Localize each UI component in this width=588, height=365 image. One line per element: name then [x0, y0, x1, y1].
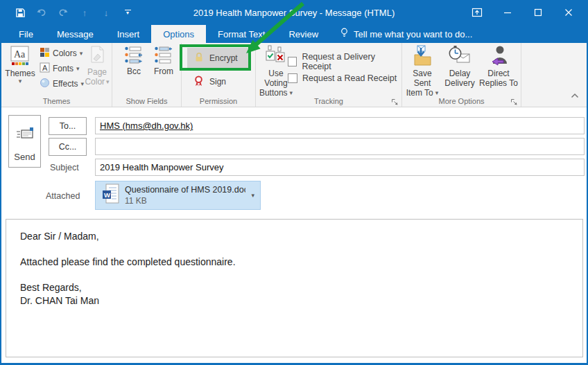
tab-insert[interactable]: Insert	[105, 25, 152, 43]
to-recipient[interactable]: HMS (hms@dh.gov.hk)	[100, 121, 193, 131]
colors-icon	[40, 47, 50, 60]
cc-button[interactable]: Cc...	[49, 138, 87, 156]
save-sent-item-to-button[interactable]: Save Sent Item To▾	[404, 45, 440, 98]
move-up-icon[interactable]: ↑	[78, 6, 91, 19]
dropdown-caret-icon: ▾	[80, 51, 83, 56]
maximize-icon[interactable]	[523, 0, 553, 25]
ribbon: Aa Themes ▾ Colors ▾ A Fonts ▾ Effects ▾	[1, 43, 587, 107]
from-icon	[154, 46, 173, 65]
subject-label: Subject	[50, 163, 79, 172]
ribbon-tab-bar: File Message Insert Options Format Text …	[1, 25, 587, 43]
tab-format-text[interactable]: Format Text	[206, 25, 277, 43]
svg-text:A: A	[42, 64, 48, 72]
tab-message[interactable]: Message	[45, 25, 105, 43]
attachment-size: 11 KB	[125, 196, 245, 206]
svg-text:Aa: Aa	[14, 49, 26, 60]
encrypt-button[interactable]: Encrypt	[187, 48, 250, 68]
redo-icon[interactable]	[57, 6, 69, 19]
dropdown-caret-icon: ▾	[435, 90, 439, 96]
title-bar: ↑ ↓ ▾ 2019 Health Manpower Survey - Mess…	[0, 0, 588, 25]
effects-icon	[40, 78, 50, 90]
bcc-icon	[124, 46, 144, 65]
collapse-ribbon-icon[interactable]	[570, 90, 580, 103]
message-header-form: Send To... HMS (hms@dh.gov.hk) Cc... Sub…	[1, 107, 587, 219]
bcc-button[interactable]: Bcc	[122, 46, 146, 76]
delivery-receipt-checkbox[interactable]	[288, 57, 297, 66]
group-label-more-options: More Options	[402, 97, 521, 105]
tab-options[interactable]: Options	[151, 25, 206, 43]
attachment-name: Questionnaire of HMS 2019.docx	[125, 185, 245, 195]
tab-file[interactable]: File	[7, 25, 45, 43]
send-button[interactable]: Send	[8, 115, 41, 168]
close-icon[interactable]	[553, 0, 584, 25]
message-body-editor[interactable]: Dear Sir / Madam, Attached please find t…	[6, 219, 583, 357]
body-line: Dear Sir / Madam,	[20, 230, 576, 243]
group-label-permission: Permission	[182, 97, 255, 105]
to-field[interactable]: HMS (hms@dh.gov.hk)	[95, 117, 585, 134]
fonts-icon: A	[40, 62, 50, 75]
group-label-show-fields: Show Fields	[112, 97, 181, 105]
group-tracking: Use Voting Buttons▾ Request a Delivery R…	[256, 43, 402, 107]
encrypt-lock-icon	[193, 51, 205, 64]
tracking-dialog-launcher-icon[interactable]	[391, 96, 399, 104]
group-themes: Aa Themes ▾ Colors ▾ A Fonts ▾ Effects ▾	[1, 43, 112, 107]
ribbon-display-options-icon[interactable]	[462, 0, 492, 25]
tell-me-box[interactable]: Tell me what you want to do...	[330, 25, 482, 43]
direct-replies-icon	[488, 45, 509, 67]
delivery-receipt-label: Request a Delivery Receipt	[302, 52, 401, 71]
subject-field[interactable]: 2019 Health Manpower Survey	[95, 159, 585, 176]
page-color-button[interactable]: Page Color▾	[83, 45, 111, 87]
body-line: Best Regards,	[20, 281, 576, 294]
attachment-chip[interactable]: W Questionnaire of HMS 2019.docx 11 KB ▾	[95, 181, 261, 210]
dropdown-caret-icon: ▾	[290, 90, 293, 96]
lightbulb-icon	[340, 28, 349, 40]
sign-button[interactable]: Sign	[187, 73, 230, 91]
more-options-dialog-launcher-icon[interactable]	[510, 96, 518, 104]
word-file-icon: W	[102, 184, 119, 207]
sign-seal-icon	[193, 75, 204, 89]
delay-delivery-button[interactable]: Delay Delivery	[442, 45, 478, 88]
body-line: Attached please find the completed quest…	[20, 256, 576, 269]
window-border-left	[0, 0, 1, 365]
group-label-tracking: Tracking	[256, 97, 401, 105]
from-button[interactable]: From	[150, 46, 178, 76]
body-line: Dr. CHAN Tai Man	[20, 294, 576, 308]
effects-button[interactable]: Effects ▾	[37, 76, 86, 91]
customize-qat-icon[interactable]: ▾	[121, 6, 134, 19]
delivery-receipt-row: Request a Delivery Receipt	[288, 52, 401, 71]
minimize-icon[interactable]	[492, 0, 523, 25]
save-icon[interactable]	[14, 6, 26, 19]
save-sent-icon	[410, 45, 434, 67]
voting-boxes-icon	[265, 45, 287, 67]
read-receipt-label: Request a Read Receipt	[302, 73, 397, 83]
attached-label: Attached	[46, 191, 80, 201]
send-envelope-icon	[15, 126, 35, 145]
dropdown-caret-icon: ▾	[19, 78, 22, 84]
colors-button[interactable]: Colors ▾	[37, 46, 86, 61]
cc-field[interactable]	[95, 138, 585, 155]
to-button[interactable]: To...	[49, 117, 87, 135]
delay-delivery-icon	[448, 45, 472, 67]
fonts-button[interactable]: A Fonts ▾	[37, 61, 86, 76]
window-controls	[462, 0, 584, 25]
dropdown-caret-icon: ▾	[76, 66, 80, 71]
group-more-options: Save Sent Item To▾ Delay Delivery Direct…	[402, 43, 521, 107]
themes-button[interactable]: Aa Themes ▾	[4, 45, 36, 84]
tab-review[interactable]: Review	[277, 25, 330, 43]
group-label-themes: Themes	[1, 97, 112, 105]
read-receipt-checkbox[interactable]	[288, 73, 297, 83]
dropdown-caret-icon: ▾	[106, 79, 110, 84]
direct-replies-to-button[interactable]: Direct Replies To	[478, 45, 519, 88]
read-receipt-row: Request a Read Receipt	[288, 73, 397, 83]
svg-text:W: W	[104, 191, 110, 199]
group-show-fields: Bcc From Show Fields	[112, 43, 182, 107]
undo-icon[interactable]	[35, 6, 48, 19]
themes-icon: Aa	[9, 45, 31, 67]
attachment-dropdown-caret-icon[interactable]: ▾	[251, 193, 254, 198]
group-permission: Encrypt Sign Permission	[182, 43, 256, 107]
page-color-icon	[87, 45, 107, 66]
attachment-meta: Questionnaire of HMS 2019.docx 11 KB	[125, 185, 245, 206]
quick-access-toolbar: ↑ ↓ ▾	[14, 0, 134, 25]
move-down-icon[interactable]: ↓	[100, 6, 112, 19]
